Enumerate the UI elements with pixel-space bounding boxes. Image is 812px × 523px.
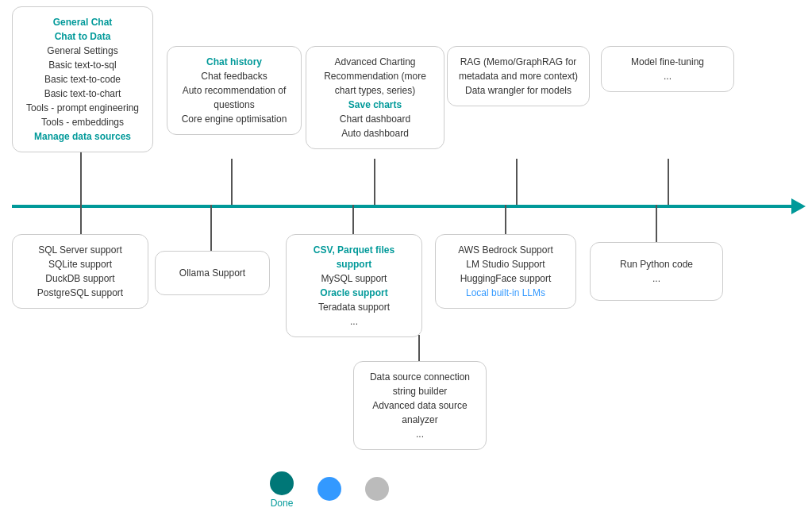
dot-in-progress xyxy=(317,477,341,501)
label-lm-studio: LM Studio Support xyxy=(466,259,545,270)
label-datasource-analyzer: Advanced data source analyzer xyxy=(372,400,467,425)
label-fine-tuning-dots: ... xyxy=(664,71,672,82)
label-adv-charting: Advanced Charting xyxy=(334,56,415,67)
label-data-wrangler: Data wrangler for models xyxy=(465,85,571,96)
label-postgresql: PostgreSQL support xyxy=(37,287,123,298)
label-mysql: MySQL support xyxy=(321,273,387,284)
label-core-engine: Core engine optimisation xyxy=(182,113,287,125)
label-python-dots: ... xyxy=(652,273,660,284)
timeline-diagram: General Chat Chat to Data General Settin… xyxy=(0,0,812,523)
label-sqlite: SQLite support xyxy=(48,259,112,270)
connector-8 xyxy=(352,205,354,234)
label-aws-bedrock: AWS Bedrock Support xyxy=(458,244,553,256)
legend-planned xyxy=(365,477,389,503)
card-bot-ollama: Ollama Support xyxy=(155,251,270,295)
label-teradata: Teradata support xyxy=(318,302,390,313)
connector-5 xyxy=(668,159,669,205)
connector-6 xyxy=(80,205,82,234)
label-run-python: Run Python code xyxy=(620,259,693,270)
card-bot-aws: AWS Bedrock Support LM Studio Support Hu… xyxy=(435,234,576,309)
label-sql-server: SQL Server support xyxy=(38,244,122,256)
label-ollama: Ollama Support xyxy=(179,267,245,279)
card-bot-python: Run Python code ... xyxy=(590,242,723,301)
label-csv-dots: ... xyxy=(350,316,358,327)
label-auto-recommend: Auto recommendation of questions xyxy=(183,85,287,110)
label-chat-to-data: Chat to Data xyxy=(55,31,111,42)
label-chat-history: Chat history xyxy=(206,56,262,67)
card-top-charting: Advanced Charting Recommendation (more c… xyxy=(306,46,444,149)
label-datasource-dots: ... xyxy=(416,429,424,440)
card-bot-datasource: Data source connection string builder Ad… xyxy=(353,361,487,450)
label-rag: RAG (Memo/GraphRAG for metadata and more… xyxy=(459,56,578,82)
label-oracle: Oracle support xyxy=(320,287,387,298)
connector-2 xyxy=(231,159,233,205)
label-chart-dashboard: Chart dashboard xyxy=(340,113,410,125)
label-huggingface: HuggingFace support xyxy=(460,273,552,284)
dot-planned xyxy=(365,477,389,501)
dot-done xyxy=(270,471,294,495)
label-general-chat: General Chat xyxy=(53,17,113,28)
label-save-charts: Save charts xyxy=(348,99,402,110)
card-top-fine-tuning: Model fine-tuning ... xyxy=(601,46,734,92)
label-duckdb: DuckDB support xyxy=(45,273,114,284)
legend-in-progress xyxy=(317,477,341,503)
connector-7 xyxy=(210,205,212,251)
label-auto-dashboard: Auto dashboard xyxy=(341,128,409,139)
label-recommendation: Recommendation (more chart types, series… xyxy=(324,71,426,96)
card-top-chat-history: Chat history Chat feedbacks Auto recomme… xyxy=(167,46,302,135)
label-chat-feedbacks: Chat feedbacks xyxy=(201,71,267,82)
label-basic-code: Basic text-to-code xyxy=(44,74,121,85)
legend-done: Done xyxy=(270,471,294,509)
label-tools-embed: Tools - embeddings xyxy=(41,117,124,128)
connector-9 xyxy=(505,205,506,234)
legend: Done xyxy=(270,471,389,509)
connector-4 xyxy=(516,159,518,205)
label-manage-sources: Manage data sources xyxy=(34,131,131,142)
label-done: Done xyxy=(271,498,294,509)
card-top-rag: RAG (Memo/GraphRAG for metadata and more… xyxy=(447,46,590,106)
card-top-general-chat: General Chat Chat to Data General Settin… xyxy=(12,6,153,152)
connector-10 xyxy=(656,205,657,242)
timeline-arrow xyxy=(12,205,798,208)
card-bot-sql: SQL Server support SQLite support DuckDB… xyxy=(12,234,148,309)
label-basic-sql: Basic text-to-sql xyxy=(48,60,116,71)
label-csv-parquet: CSV, Parquet files support xyxy=(314,244,394,270)
label-fine-tuning: Model fine-tuning xyxy=(631,56,704,67)
label-basic-chart: Basic text-to-chart xyxy=(44,88,121,99)
label-local-llms: Local built-in LLMs xyxy=(466,287,545,298)
label-general-settings: General Settings xyxy=(47,45,117,56)
card-bot-csv: CSV, Parquet files support MySQL support… xyxy=(286,234,422,337)
label-tools-prompt: Tools - prompt engineering xyxy=(26,102,139,113)
connector-3 xyxy=(374,159,375,205)
label-datasource-conn: Data source connection string builder xyxy=(370,371,470,397)
connector-11 xyxy=(418,335,420,361)
